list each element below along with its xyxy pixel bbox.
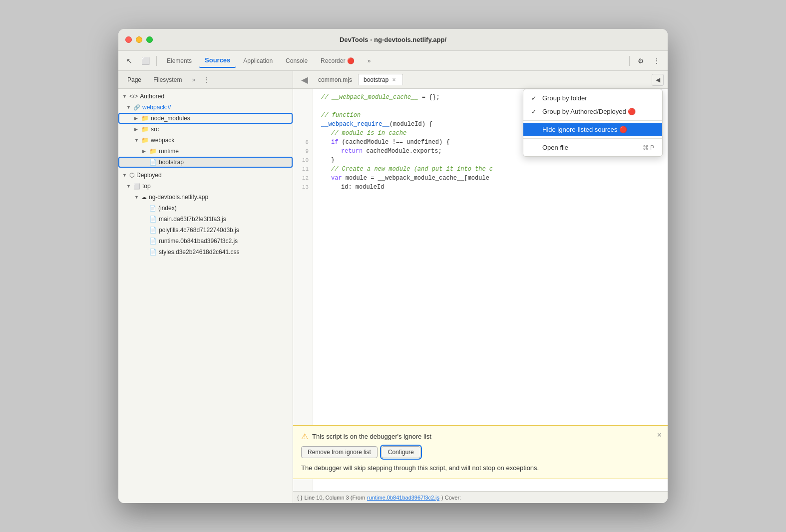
tab-close-icon[interactable]: ×	[391, 76, 397, 83]
banner-header: ⚠ This script is on the debugger's ignor…	[301, 432, 660, 441]
tab-more[interactable]: »	[362, 54, 377, 67]
menu-label-open-file: Open file	[542, 144, 568, 151]
check-icon-4	[531, 144, 538, 151]
deployed-icon: ⬡	[129, 172, 134, 179]
node-modules-folder-icon: 📁	[141, 115, 149, 122]
traffic-lights	[125, 36, 153, 43]
ng-cloud-icon: ☁	[141, 194, 147, 201]
tab-recorder[interactable]: Recorder 🔴	[315, 54, 361, 67]
tree-item-polyfills-js[interactable]: ▶ 📄 polyfills.4c768d7122740d3b.js	[118, 225, 293, 236]
settings-icon[interactable]: ⚙	[634, 54, 648, 68]
tree-item-runtime[interactable]: ▶ 📁 runtime	[118, 146, 293, 157]
ng-devtools-label: ng-devtools.netlify.app	[149, 194, 208, 201]
arrow-placeholder-2: ▶	[142, 206, 147, 211]
arrow-down-icon-5: ▼	[126, 184, 131, 189]
tree-item-deployed[interactable]: ▼ ⬡ Deployed	[118, 170, 293, 181]
line-num	[293, 111, 313, 120]
tree-item-styles-css[interactable]: ▶ 📄 styles.d3e2b24618d2c641.css	[118, 247, 293, 258]
polyfills-js-label: polyfills.4c768d7122740d3b.js	[159, 227, 239, 234]
more-options-icon[interactable]: ⋮	[650, 54, 664, 68]
index-file-icon: 📄	[149, 205, 156, 212]
minimize-button[interactable]	[136, 36, 142, 43]
file-tree: ▼ </> Authored ▼ 🔗 webpack:// ▶ 📁 node_m…	[118, 89, 293, 503]
runtime-folder-icon: 📁	[149, 148, 157, 155]
styles-css-label: styles.d3e2b24618d2c641.css	[159, 249, 239, 256]
check-icon-2: ✓	[531, 108, 538, 115]
tree-item-bootstrap[interactable]: ▶ 📄 bootstrap	[118, 157, 293, 168]
titlebar: DevTools - ng-devtools.netlify.app/	[118, 29, 668, 51]
line-num	[293, 129, 313, 138]
authored-label: Authored	[140, 93, 164, 100]
authored-icon: </>	[129, 93, 138, 100]
tab-console[interactable]: Console	[280, 54, 314, 67]
line-num: 10	[293, 156, 313, 165]
main-js-label: main.da63f7b2fe3f1fa3.js	[159, 216, 226, 223]
fullscreen-button[interactable]	[146, 36, 153, 43]
bootstrap-tab-label: bootstrap	[364, 76, 389, 83]
tree-item-top[interactable]: ▼ ⬜ top	[118, 181, 293, 192]
device-icon[interactable]: ⬜	[138, 54, 152, 68]
right-panel: ◀ common.mjs bootstrap × ◀	[293, 71, 668, 503]
editor-tab-bootstrap[interactable]: bootstrap ×	[358, 74, 403, 85]
toolbar-right-actions: ⚙ ⋮	[634, 54, 664, 68]
tree-item-src[interactable]: ▶ 📁 src	[118, 124, 293, 135]
main-js-icon: 📄	[149, 216, 157, 223]
top-icon: ⬜	[133, 183, 140, 190]
arrow-down-icon-6: ▼	[134, 195, 139, 200]
banner-actions: Remove from ignore list Configure	[301, 446, 660, 458]
panel-tabs: Page Filesystem » ⋮	[118, 71, 293, 89]
webpack-label: webpack	[151, 137, 174, 144]
status-link[interactable]: runtime.0b841bad3967f3c2.js	[367, 495, 439, 501]
cursor-icon[interactable]: ↖	[122, 54, 136, 68]
webpack-link-icon: 🔗	[133, 104, 140, 111]
menu-item-group-by-authored[interactable]: ✓ Group by Authored/Deployed 🔴	[523, 105, 662, 118]
arrow-placeholder: ▶	[142, 160, 147, 165]
tab-application[interactable]: Application	[237, 54, 279, 67]
code-line-8: }	[321, 156, 660, 165]
code-line-10: var module = __webpack_module_cache__[mo…	[321, 174, 660, 183]
close-button[interactable]	[125, 36, 132, 43]
line-num: 12	[293, 174, 313, 183]
tree-item-main-js[interactable]: ▶ 📄 main.da63f7b2fe3f1fa3.js	[118, 214, 293, 225]
editor-tab-common-mjs[interactable]: common.mjs	[313, 74, 357, 85]
arrow-placeholder-5: ▶	[142, 239, 147, 244]
tree-item-runtime-js[interactable]: ▶ 📄 runtime.0b841bad3967f3c2.js	[118, 236, 293, 247]
webpack-root-label: webpack://	[142, 104, 171, 111]
arrow-right-icon-3: ▶	[142, 149, 147, 154]
tree-item-authored[interactable]: ▼ </> Authored	[118, 91, 293, 102]
src-folder-icon: 📁	[141, 126, 149, 133]
warning-icon: ⚠	[301, 432, 308, 441]
check-icon-1: ✓	[531, 95, 538, 102]
devtools-window: DevTools - ng-devtools.netlify.app/ ↖ ⬜ …	[118, 29, 668, 503]
common-mjs-label: common.mjs	[318, 76, 352, 83]
menu-item-open-file[interactable]: Open file ⌘ P	[523, 141, 662, 154]
tree-item-ng-devtools[interactable]: ▼ ☁ ng-devtools.netlify.app	[118, 192, 293, 203]
panel-tab-filesystem[interactable]: Filesystem	[148, 74, 187, 85]
arrow-down-icon-2: ▼	[126, 105, 131, 110]
top-label: top	[142, 183, 151, 190]
main-toolbar: ↖ ⬜ Elements Sources Application Console…	[118, 51, 668, 71]
panel-tabs-more[interactable]: »	[189, 74, 198, 85]
editor-right-arrow[interactable]: ◀	[652, 74, 664, 86]
index-label: (index)	[158, 205, 177, 212]
menu-item-group-by-folder[interactable]: ✓ Group by folder	[523, 91, 662, 105]
tree-item-node-modules[interactable]: ▶ 📁 node_modules	[118, 113, 293, 124]
editor-left-arrow[interactable]: ◀	[297, 72, 312, 87]
arrow-down-icon-3: ▼	[134, 138, 139, 143]
panel-tab-page[interactable]: Page	[122, 74, 146, 85]
tab-sources[interactable]: Sources	[199, 53, 236, 68]
arrow-placeholder-3: ▶	[142, 217, 147, 222]
menu-item-hide-ignore[interactable]: Hide ignore-listed sources 🔴	[523, 123, 662, 136]
code-line-11: id: moduleId	[321, 183, 660, 192]
bootstrap-file-icon: 📄	[149, 159, 157, 166]
panel-dots-menu[interactable]: ⋮	[200, 75, 213, 85]
tree-item-webpack[interactable]: ▼ 📁 webpack	[118, 135, 293, 146]
remove-from-ignore-button[interactable]: Remove from ignore list	[301, 446, 378, 458]
banner-close-button[interactable]: ×	[657, 431, 662, 440]
line-num: 11	[293, 165, 313, 174]
tree-item-index[interactable]: ▶ 📄 (index)	[118, 203, 293, 214]
tree-item-webpack-root[interactable]: ▼ 🔗 webpack://	[118, 102, 293, 113]
configure-button[interactable]: Configure	[382, 446, 420, 458]
left-panel: Page Filesystem » ⋮ ▼ </> Authored ▼ 🔗 w…	[118, 71, 293, 503]
tab-elements[interactable]: Elements	[161, 54, 198, 67]
